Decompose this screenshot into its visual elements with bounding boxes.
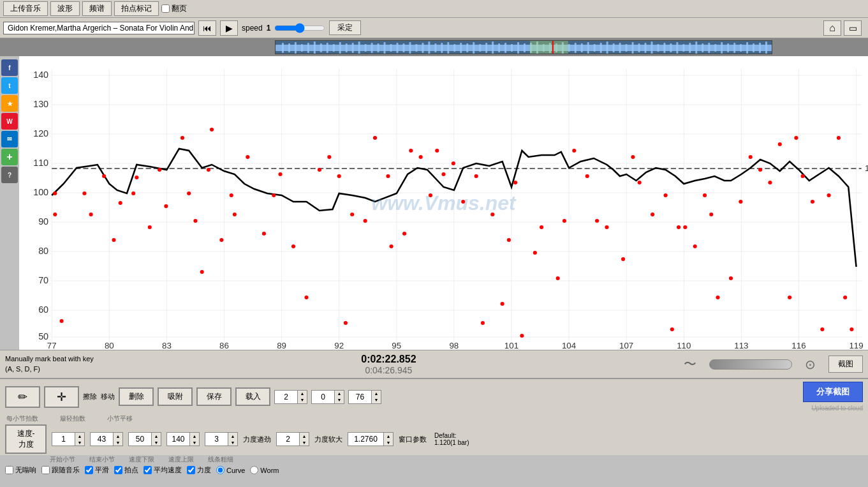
- speed-strength-button[interactable]: 速度-力度: [5, 424, 47, 454]
- end-bar-down[interactable]: ▼: [114, 439, 122, 446]
- svg-point-219: [843, 296, 847, 299]
- small-bar-up[interactable]: ▲: [372, 391, 381, 397]
- waveform-display[interactable]: [275, 40, 772, 54]
- beat-count-spinner[interactable]: 0 ▲ ▼: [311, 390, 344, 404]
- upload-music-button[interactable]: 上传音乐: [3, 1, 48, 16]
- speed-low-down[interactable]: ▼: [152, 439, 161, 446]
- svg-rect-13: [351, 43, 353, 53]
- line-width-up[interactable]: ▲: [228, 433, 237, 439]
- speed-high-input[interactable]: 140: [167, 433, 189, 445]
- absorb-button[interactable]: 吸附: [158, 387, 193, 406]
- svg-point-214: [801, 174, 805, 178]
- move-icon-button[interactable]: ✛: [44, 386, 79, 408]
- strength-soft-spinner[interactable]: ▲ ▼: [276, 432, 309, 446]
- save-button[interactable]: 保存: [196, 387, 232, 406]
- page-flip-checkbox[interactable]: 翻页: [161, 3, 187, 14]
- curve-radio[interactable]: Curve: [216, 466, 245, 474]
- erase-icon-button[interactable]: ✏: [5, 386, 40, 408]
- delete-button[interactable]: 删除: [119, 387, 154, 406]
- svg-rect-34: [485, 43, 487, 53]
- avg-speed-checkbox[interactable]: 平均速度: [143, 465, 182, 475]
- add-button[interactable]: +: [1, 149, 18, 165]
- svg-point-141: [119, 201, 122, 205]
- end-bar-up[interactable]: ▲: [114, 433, 122, 439]
- per-bar-beats-input[interactable]: 2: [275, 391, 297, 403]
- top-toolbar: 上传音乐 波形 频谱 拍点标记 翻页: [0, 0, 868, 18]
- rewind-button[interactable]: ⏮: [198, 20, 216, 36]
- import-button[interactable]: 载入: [235, 387, 270, 406]
- line-width-down[interactable]: ▼: [228, 439, 237, 446]
- star-button[interactable]: ★: [1, 95, 18, 112]
- beat-count-down[interactable]: ▼: [335, 397, 344, 403]
- beat-points-checkbox[interactable]: 拍点: [114, 465, 138, 475]
- svg-point-139: [102, 174, 106, 178]
- svg-text:140: 140: [33, 70, 48, 80]
- curve-value-input[interactable]: 1.2760: [348, 433, 383, 445]
- svg-rect-32: [473, 42, 474, 54]
- mail-button[interactable]: ✉: [1, 131, 18, 147]
- help-button[interactable]: ?: [1, 167, 18, 183]
- speed-low-spinner[interactable]: 50 ▲ ▼: [128, 432, 161, 446]
- end-bar-spinner[interactable]: 43 ▲ ▼: [90, 432, 123, 446]
- speed-high-spinner[interactable]: 140 ▲ ▼: [166, 432, 200, 446]
- svg-point-208: [749, 155, 753, 159]
- strength-soft-up[interactable]: ▲: [300, 433, 309, 439]
- speed-slider[interactable]: [274, 23, 325, 33]
- twitter-button[interactable]: t: [1, 77, 18, 94]
- svg-text:98: 98: [449, 341, 459, 350]
- speed-high-up[interactable]: ▲: [190, 433, 199, 439]
- worm-radio[interactable]: Worm: [250, 466, 279, 474]
- start-bar-input[interactable]: 1: [52, 433, 75, 445]
- small-bar-input[interactable]: 76: [349, 391, 371, 403]
- line-width-input[interactable]: 3: [205, 433, 228, 445]
- curve-up[interactable]: ▲: [384, 433, 393, 439]
- frequency-button[interactable]: 频谱: [82, 1, 112, 16]
- svg-point-157: [262, 232, 266, 236]
- play-button[interactable]: ▶: [220, 20, 238, 36]
- screenshot-button[interactable]: 截图: [828, 356, 863, 373]
- speed-low-up[interactable]: ▲: [152, 433, 161, 439]
- speed-low-input[interactable]: 50: [129, 433, 151, 445]
- start-bar-spinner[interactable]: 1 ▲ ▼: [52, 432, 85, 446]
- no-silence-checkbox[interactable]: 无嗡响: [5, 465, 36, 475]
- end-bar-input[interactable]: 43: [91, 433, 113, 445]
- svg-point-176: [441, 172, 445, 176]
- waveform-button[interactable]: 波形: [50, 1, 80, 16]
- strength-soft-input[interactable]: [277, 433, 299, 445]
- share-screenshot-button[interactable]: 分享截图: [803, 382, 863, 402]
- per-bar-beats-down[interactable]: ▼: [298, 397, 307, 403]
- small-bar-spinner[interactable]: 76 ▲ ▼: [348, 390, 381, 404]
- svg-rect-54: [612, 43, 614, 52]
- settings-button[interactable]: ▭: [844, 20, 862, 36]
- svg-rect-6: [307, 43, 309, 53]
- speed-high-label: 速度上限: [168, 455, 194, 464]
- beat-count-input[interactable]: 0: [312, 391, 334, 403]
- strength-soft-down[interactable]: ▼: [300, 439, 309, 446]
- confirm-button[interactable]: 采定: [329, 20, 361, 35]
- svg-point-142: [131, 191, 135, 195]
- speed-high-down[interactable]: ▼: [190, 439, 199, 446]
- total-time: 0:04:26.945: [361, 365, 416, 375]
- per-bar-beats-spinner[interactable]: 2 ▲ ▼: [274, 390, 307, 404]
- start-bar-up[interactable]: ▲: [75, 433, 84, 439]
- facebook-button[interactable]: f: [1, 59, 18, 76]
- follow-music-checkbox[interactable]: 跟随音乐: [41, 465, 80, 475]
- curve-down[interactable]: ▼: [384, 439, 393, 446]
- svg-rect-35: [492, 41, 494, 54]
- svg-point-173: [419, 155, 423, 159]
- start-bar-down[interactable]: ▼: [75, 439, 84, 446]
- smooth-checkbox[interactable]: 平滑: [85, 465, 109, 475]
- beat-count-up[interactable]: ▲: [335, 391, 344, 397]
- beat-mark-button[interactable]: 拍点标记: [114, 1, 159, 16]
- line-width-spinner[interactable]: 3 ▲ ▼: [205, 432, 238, 446]
- svg-rect-30: [460, 43, 462, 53]
- strength-checkbox[interactable]: 力度: [187, 465, 211, 475]
- per-bar-beats-up[interactable]: ▲: [298, 391, 307, 397]
- curve-value-spinner[interactable]: 1.2760 ▲ ▼: [348, 432, 394, 446]
- wave-slider[interactable]: [709, 359, 792, 370]
- small-bar-down[interactable]: ▼: [372, 397, 381, 403]
- weibo-button[interactable]: W: [1, 113, 18, 130]
- svg-point-177: [452, 161, 455, 165]
- svg-text:83: 83: [162, 341, 172, 350]
- home-button[interactable]: ⌂: [823, 20, 841, 36]
